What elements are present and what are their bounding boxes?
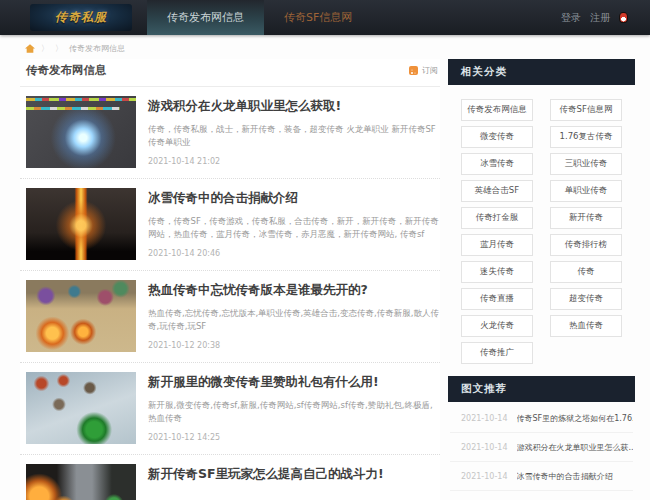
breadcrumb-separator: 〉	[41, 43, 49, 54]
recommend-date: 2021-10-14	[461, 472, 508, 481]
article-info: 新开传奇SF里玩家怎么提高自己的战斗力!	[148, 464, 440, 500]
home-icon[interactable]	[25, 44, 35, 53]
nav-tab-sf-info[interactable]: 传奇SF信息网	[264, 0, 372, 35]
article-tags: 传奇，传奇SF，传奇游戏，传奇私服，合击传奇，新开，新开传奇，新开传奇网站，热血…	[148, 215, 440, 242]
list-header: 传奇发布网信息 订阅	[20, 59, 440, 87]
recommend-item: 2021-10-14 传奇SF里的炼狱之塔如何在1.76...	[450, 404, 633, 433]
register-link[interactable]: 注册	[590, 11, 610, 25]
category-button[interactable]: 单职业传奇	[550, 180, 622, 202]
recommend-list: 2021-10-14 传奇SF里的炼狱之塔如何在1.76... 2021-10-…	[448, 402, 635, 500]
page-title: 传奇发布网信息	[26, 63, 107, 78]
article-tags: 热血传奇,忘忧传奇,忘忧版本,单职业传奇,英雄合击,变态传奇,传奇新服,散人传奇…	[148, 307, 440, 334]
recommend-item: 2021-10-14 游戏积分在火龙单职业里怎么获...	[450, 433, 633, 462]
article-date: 2021-10-12 20:38	[148, 341, 440, 350]
article-info: 冰雪传奇中的合击捐献介绍 传奇，传奇SF，传奇游戏，传奇私服，合击传奇，新开，新…	[148, 188, 440, 260]
category-button[interactable]: 迷失传奇	[461, 261, 533, 283]
site-logo-text: 传奇私服	[55, 9, 107, 26]
content-area: 传奇发布网信息 订阅 游戏积分在火龙单职业里怎么获取! 传奇，传奇私服，战士，新…	[0, 59, 650, 500]
category-button[interactable]: 传奇	[550, 261, 622, 283]
article-thumbnail[interactable]	[26, 464, 136, 500]
article-info: 游戏积分在火龙单职业里怎么获取! 传奇，传奇私服，战士，新开传奇，装备，超变传奇…	[148, 96, 440, 168]
article-thumbnail[interactable]	[26, 280, 136, 352]
category-button[interactable]: 微变传奇	[461, 126, 533, 148]
article-title-link[interactable]: 热血传奇中忘忧传奇版本是谁最先开的?	[148, 282, 440, 298]
article-row: 热血传奇中忘忧传奇版本是谁最先开的? 热血传奇,忘忧传奇,忘忧版本,单职业传奇,…	[20, 271, 440, 363]
article-date: 2021-10-12 14:25	[148, 433, 440, 442]
article-date: 2021-10-14 20:46	[148, 249, 440, 258]
category-grid: 传奇发布网信息 传奇SF信息网 微变传奇 1.76复古传奇 冰雪传奇 三职业传奇…	[448, 85, 635, 376]
category-button[interactable]: 冰雪传奇	[461, 153, 533, 175]
site-logo[interactable]: 传奇私服	[30, 4, 132, 31]
article-tags: 传奇，传奇私服，战士，新开传奇，装备，超变传奇 火龙单职业 新开传奇SF 传奇单…	[148, 123, 440, 150]
breadcrumb-separator: 〉	[55, 43, 63, 54]
category-button[interactable]: 英雄合击SF	[461, 180, 533, 202]
qq-icon[interactable]	[619, 12, 628, 23]
article-thumbnail[interactable]	[26, 188, 136, 260]
article-tags: 新开服,微变传奇,传奇sf,新服,传奇网站,sf传奇网站,sf传奇,赞助礼包,终…	[148, 399, 440, 426]
category-button[interactable]: 三职业传奇	[550, 153, 622, 175]
recommend-title-link[interactable]: 游戏积分在火龙单职业里怎么获...	[517, 442, 634, 453]
sidebar: 相关分类 传奇发布网信息 传奇SF信息网 微变传奇 1.76复古传奇 冰雪传奇 …	[448, 59, 635, 500]
recommend-title-link[interactable]: 冰雪传奇中的合击捐献介绍	[517, 471, 613, 482]
article-row: 冰雪传奇中的合击捐献介绍 传奇，传奇SF，传奇游戏，传奇私服，合击传奇，新开，新…	[20, 179, 440, 271]
subscribe-label: 订阅	[422, 65, 438, 76]
category-button[interactable]: 1.76复古传奇	[550, 126, 622, 148]
recommend-item: 2021-10-12 热血传奇中忘忧传奇版本是谁最...	[450, 491, 633, 500]
breadcrumb-current: 传奇发布网信息	[69, 43, 125, 54]
nav-tab-fabu-info[interactable]: 传奇发布网信息	[147, 0, 264, 35]
article-date: 2021-10-14 21:02	[148, 157, 440, 166]
breadcrumb: 〉 〉 传奇发布网信息	[0, 35, 650, 59]
category-button[interactable]: 传奇发布网信息	[461, 99, 533, 121]
rss-icon	[409, 66, 418, 75]
rss-subscribe-link[interactable]: 订阅	[409, 65, 438, 76]
category-button[interactable]: 传奇SF信息网	[550, 99, 622, 121]
category-button[interactable]: 传奇排行榜	[550, 234, 622, 256]
auth-links: 登录 注册	[561, 11, 628, 25]
article-row: 新开传奇SF里玩家怎么提高自己的战斗力!	[20, 455, 440, 500]
category-button[interactable]: 传奇推广	[461, 342, 533, 364]
article-title-link[interactable]: 游戏积分在火龙单职业里怎么获取!	[148, 98, 440, 114]
category-button[interactable]: 传奇打金服	[461, 207, 533, 229]
article-info: 热血传奇中忘忧传奇版本是谁最先开的? 热血传奇,忘忧传奇,忘忧版本,单职业传奇,…	[148, 280, 440, 352]
recommend-item: 2021-10-14 冰雪传奇中的合击捐献介绍	[450, 462, 633, 491]
article-title-link[interactable]: 新开传奇SF里玩家怎么提高自己的战斗力!	[148, 466, 440, 482]
article-title-link[interactable]: 新开服里的微变传奇里赞助礼包有什么用!	[148, 374, 440, 390]
recommend-date: 2021-10-14	[461, 443, 508, 452]
main-nav: 传奇发布网信息 传奇SF信息网	[147, 0, 372, 35]
recommend-date: 2021-10-14	[461, 414, 508, 423]
category-button[interactable]: 传奇直播	[461, 288, 533, 310]
image-text-recommend-header: 图文推荐	[448, 376, 635, 402]
recommend-title-link[interactable]: 传奇SF里的炼狱之塔如何在1.76...	[517, 413, 634, 424]
article-row: 新开服里的微变传奇里赞助礼包有什么用! 新开服,微变传奇,传奇sf,新服,传奇网…	[20, 363, 440, 455]
article-title-link[interactable]: 冰雪传奇中的合击捐献介绍	[148, 190, 440, 206]
article-list-panel: 传奇发布网信息 订阅 游戏积分在火龙单职业里怎么获取! 传奇，传奇私服，战士，新…	[20, 59, 440, 500]
article-info: 新开服里的微变传奇里赞助礼包有什么用! 新开服,微变传奇,传奇sf,新服,传奇网…	[148, 372, 440, 444]
category-button[interactable]: 新开传奇	[550, 207, 622, 229]
related-categories-header: 相关分类	[448, 59, 635, 85]
category-button[interactable]: 热血传奇	[550, 315, 622, 337]
category-button[interactable]: 超变传奇	[550, 288, 622, 310]
top-navbar: 传奇私服 传奇发布网信息 传奇SF信息网 登录 注册	[0, 0, 650, 35]
article-thumbnail[interactable]	[26, 372, 136, 444]
category-button[interactable]: 火龙传奇	[461, 315, 533, 337]
article-thumbnail[interactable]	[26, 96, 136, 168]
article-row: 游戏积分在火龙单职业里怎么获取! 传奇，传奇私服，战士，新开传奇，装备，超变传奇…	[20, 87, 440, 179]
login-link[interactable]: 登录	[561, 11, 581, 25]
category-button[interactable]: 蓝月传奇	[461, 234, 533, 256]
